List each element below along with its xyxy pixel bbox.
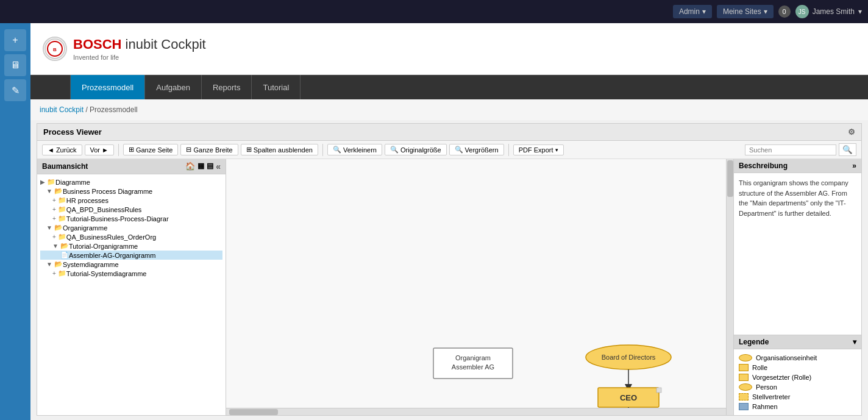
svg-text:Board of Directors: Board of Directors — [602, 354, 656, 361]
pdf-export-label: PDF Export — [519, 146, 553, 154]
expand-icon: ▼ — [46, 188, 52, 194]
back-button[interactable]: ◄ Zurück — [42, 144, 82, 155]
tree-item[interactable]: ▼ 📂 Tutorial-Organigramme — [40, 241, 222, 251]
tree-item-label: Tutorial-Systemdiagramme — [66, 270, 147, 277]
plus-icon[interactable]: + — [4, 29, 26, 51]
legend-organisationseinheit-shape — [739, 354, 752, 361]
tree-item[interactable]: + 📁 QA_BPD_BusinessRules — [40, 205, 222, 214]
pdf-dropdown-arrow: ▾ — [555, 147, 558, 153]
brand-name: BOSCH inubit Cockpit — [73, 37, 206, 52]
panel-title: Process Viewer — [43, 127, 102, 137]
main-content: inubit Cockpit / Prozessmodell Process V… — [30, 99, 868, 416]
admin-button[interactable]: Admin ▾ — [673, 5, 712, 18]
tree-item[interactable]: ▼ 📂 Organigramme — [40, 223, 222, 232]
search-input[interactable] — [745, 144, 836, 155]
tree-item-selected[interactable]: 📄 Assembler-AG-Organigramm — [40, 251, 222, 260]
legend-vorgesetzter-label: Vorgesetzter (Rolle) — [752, 374, 811, 381]
expand-icon: + — [52, 215, 56, 222]
vergroessern-button[interactable]: 🔍 Vergrößern — [449, 144, 504, 155]
folder-icon: 📁 — [58, 196, 66, 204]
search-button[interactable]: 🔍 — [839, 143, 856, 156]
legend-item: Stellvertreter — [739, 392, 856, 402]
verkleinern-button[interactable]: 🔍 Verkleinern — [327, 144, 382, 155]
legend-item: Organisationseinheit — [739, 353, 856, 363]
folder-icon: 📁 — [58, 205, 66, 213]
tab-tutorial-label: Tutorial — [263, 83, 289, 92]
expand-icon: + — [52, 233, 56, 240]
legend-collapse-icon[interactable]: ▾ — [853, 338, 856, 346]
folder-icon: 📁 — [58, 269, 66, 277]
user-name: James Smith — [813, 7, 855, 16]
tree-item[interactable]: ▶ 📁 Diagramme — [40, 177, 222, 187]
notification-badge[interactable]: 0 — [778, 5, 791, 18]
tree-item[interactable]: + 📁 HR processes — [40, 196, 222, 205]
tab-prozessmodell[interactable]: Prozessmodell — [70, 75, 145, 99]
expand-icon: ▼ — [46, 224, 52, 231]
desc-expand-icon[interactable]: » — [852, 162, 856, 170]
gear-icon[interactable]: ⚙ — [848, 127, 855, 137]
legend-content: Organisationseinheit Rolle Vorgesetzter … — [734, 349, 861, 415]
tree-view-icon1[interactable]: ▦ — [197, 162, 204, 171]
separator-2 — [322, 144, 323, 156]
pdf-export-button[interactable]: PDF Export ▾ — [513, 144, 564, 155]
folder-icon: 📂 — [60, 242, 69, 250]
tree-item[interactable]: + 📁 Tutorial-Systemdiagramme — [40, 269, 222, 278]
user-chevron: ▾ — [858, 7, 862, 16]
tab-aufgaben-label: Aufgaben — [156, 83, 190, 92]
process-viewer: Process Viewer ⚙ ◄ Zurück Vor ► ⊞ Ganze … — [37, 123, 862, 416]
tree-item-label: QA_BusinessRules_OrderOrg — [66, 233, 156, 241]
svg-text:B: B — [53, 47, 57, 52]
legend-rahmen-label: Rahmen — [752, 403, 778, 410]
legend-item: Rahmen — [739, 402, 856, 411]
meine-sites-button[interactable]: Meine Sites ▾ — [717, 5, 774, 18]
tree-collapse-icon[interactable]: 🏠 — [185, 162, 195, 171]
legend-organisationseinheit-label: Organisationseinheit — [756, 354, 817, 361]
tree-item-label: HR processes — [66, 197, 108, 204]
expand-icon: ▶ — [40, 179, 45, 185]
org-diagram: Organigram Assembler AG Board of Directo… — [226, 159, 714, 415]
tab-reports-label: Reports — [213, 83, 241, 92]
description-content: This organigram shows the company struct… — [734, 173, 861, 335]
tree-item-label: Tutorial-Organigramme — [69, 243, 138, 250]
ganze-seite-button[interactable]: ⊞ Ganze Seite — [123, 144, 179, 155]
topbar: Admin ▾ Meine Sites ▾ 0 JS James Smith ▾ — [0, 0, 868, 23]
spalten-ausblenden-button[interactable]: ⊞ Spalten ausblenden — [241, 144, 318, 155]
folder-icon: 📁 — [58, 233, 66, 241]
user-area: JS James Smith ▾ — [795, 5, 862, 18]
tree-item-label: Tutorial-Business-Process-Diagrar — [66, 215, 169, 222]
brand-text: BOSCH inubit Cockpit Invented for life — [73, 37, 206, 61]
meine-sites-chevron: ▾ — [764, 7, 767, 16]
tree-item[interactable]: ▼ 📂 Business Process Diagramme — [40, 187, 222, 196]
forward-button[interactable]: Vor ► — [85, 144, 114, 155]
description-title: Beschreibung — [739, 162, 788, 170]
legend-title: Legende — [739, 338, 769, 346]
tree-item[interactable]: ▼ 📂 Systemdiagramme — [40, 260, 222, 269]
file-icon: 📄 — [60, 251, 69, 259]
breadcrumb-home[interactable]: inubit Cockpit — [40, 105, 84, 114]
legend-rahmen-shape — [739, 403, 749, 410]
folder-icon: 📁 — [47, 178, 55, 186]
tree-item[interactable]: + 📁 QA_BusinessRules_OrderOrg — [40, 232, 222, 241]
folder-icon: 📂 — [54, 224, 63, 232]
user-avatar: JS — [795, 5, 809, 18]
description-panel: Beschreibung » This organigram shows the… — [733, 159, 861, 415]
originalgroesse-icon: 🔍 — [390, 146, 399, 154]
toolbar-search: 🔍 — [745, 143, 856, 156]
edit-icon[interactable]: ✎ — [4, 79, 26, 101]
svg-text:CEO: CEO — [620, 393, 637, 402]
separator-1 — [118, 144, 119, 156]
folder-icon: 📁 — [58, 215, 66, 222]
ganze-breite-button[interactable]: ⊟ Ganze Breite — [180, 144, 238, 155]
logo-area: B BOSCH inubit Cockpit Invented for life — [43, 37, 206, 61]
tab-tutorial[interactable]: Tutorial — [252, 75, 301, 99]
monitor-icon[interactable]: 🖥 — [4, 54, 26, 76]
tree-item[interactable]: + 📁 Tutorial-Business-Process-Diagrar — [40, 214, 222, 223]
diagram-area[interactable]: Organigram Assembler AG Board of Directo… — [226, 159, 733, 415]
tab-aufgaben[interactable]: Aufgaben — [145, 75, 202, 99]
legend-item: Rolle — [739, 363, 856, 372]
separator-3 — [508, 144, 509, 156]
tree-view-icon2[interactable]: ▤ — [207, 162, 213, 171]
tree-collapse-button[interactable]: « — [216, 162, 221, 171]
tab-reports[interactable]: Reports — [202, 75, 252, 99]
originalgroesse-button[interactable]: 🔍 Originalgröße — [385, 144, 447, 155]
